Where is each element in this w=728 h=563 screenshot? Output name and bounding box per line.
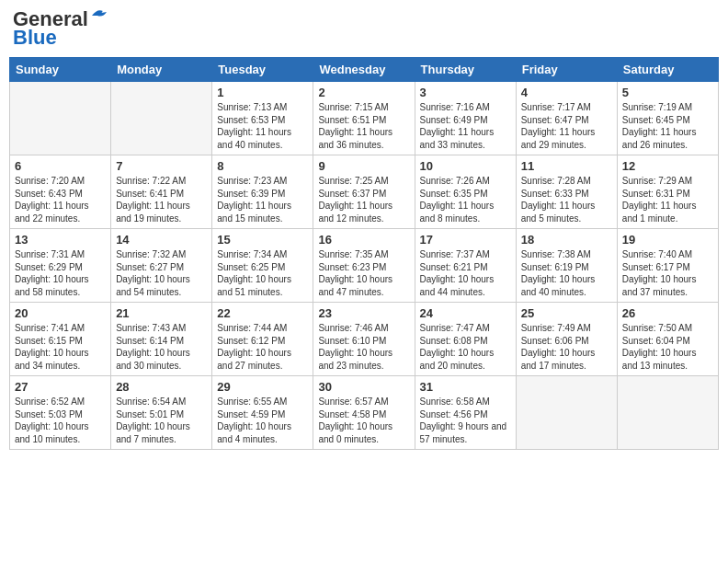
calendar-cell: 4Sunrise: 7:17 AMSunset: 6:47 PMDaylight…: [516, 82, 617, 155]
calendar-cell: 11Sunrise: 7:28 AMSunset: 6:33 PMDayligh…: [516, 155, 617, 229]
day-info: Sunrise: 7:29 AMSunset: 6:31 PMDaylight:…: [622, 175, 713, 224]
day-info: Sunrise: 7:31 AMSunset: 6:29 PMDaylight:…: [15, 248, 106, 298]
day-info: Sunrise: 7:46 AMSunset: 6:10 PMDaylight:…: [318, 322, 409, 372]
day-info: Sunrise: 7:43 AMSunset: 6:14 PMDaylight:…: [116, 322, 207, 372]
calendar-cell: 16Sunrise: 7:35 AMSunset: 6:23 PMDayligh…: [313, 229, 415, 303]
day-info: Sunrise: 6:55 AMSunset: 4:59 PMDaylight:…: [217, 396, 308, 445]
weekday-header-friday: Friday: [516, 58, 617, 82]
day-info: Sunrise: 6:58 AMSunset: 4:56 PMDaylight:…: [420, 396, 511, 445]
day-info: Sunrise: 6:54 AMSunset: 5:01 PMDaylight:…: [116, 396, 207, 445]
weekday-header-saturday: Saturday: [617, 58, 718, 82]
calendar-cell: 13Sunrise: 7:31 AMSunset: 6:29 PMDayligh…: [10, 229, 111, 303]
day-number: 28: [116, 380, 207, 394]
day-number: 24: [420, 306, 511, 320]
calendar-cell: 30Sunrise: 6:57 AMSunset: 4:58 PMDayligh…: [313, 376, 415, 450]
calendar-cell: 19Sunrise: 7:40 AMSunset: 6:17 PMDayligh…: [617, 229, 718, 303]
day-info: Sunrise: 7:34 AMSunset: 6:25 PMDaylight:…: [217, 248, 308, 298]
calendar-cell: 9Sunrise: 7:25 AMSunset: 6:37 PMDaylight…: [313, 155, 415, 229]
day-info: Sunrise: 7:49 AMSunset: 6:06 PMDaylight:…: [521, 322, 612, 372]
day-number: 9: [318, 159, 409, 173]
day-number: 5: [622, 86, 713, 99]
logo-blue: Blue: [13, 26, 57, 50]
calendar-cell: [111, 82, 212, 155]
calendar-cell: 7Sunrise: 7:22 AMSunset: 6:41 PMDaylight…: [111, 155, 212, 229]
day-number: 6: [15, 159, 106, 173]
logo: General Blue: [13, 9, 110, 50]
calendar-cell: 8Sunrise: 7:23 AMSunset: 6:39 PMDaylight…: [212, 155, 313, 229]
calendar-cell: [10, 82, 111, 155]
day-number: 7: [116, 159, 207, 173]
day-info: Sunrise: 7:41 AMSunset: 6:15 PMDaylight:…: [15, 322, 106, 372]
day-info: Sunrise: 7:20 AMSunset: 6:43 PMDaylight:…: [15, 175, 106, 224]
calendar-cell: 10Sunrise: 7:26 AMSunset: 6:35 PMDayligh…: [415, 155, 516, 229]
calendar-cell: 1Sunrise: 7:13 AMSunset: 6:53 PMDaylight…: [212, 82, 313, 155]
day-number: 26: [622, 306, 713, 320]
header: General Blue: [9, 9, 719, 50]
day-info: Sunrise: 7:35 AMSunset: 6:23 PMDaylight:…: [318, 248, 409, 298]
day-info: Sunrise: 7:25 AMSunset: 6:37 PMDaylight:…: [318, 175, 409, 224]
calendar-cell: 26Sunrise: 7:50 AMSunset: 6:04 PMDayligh…: [617, 303, 718, 376]
day-number: 30: [318, 380, 409, 394]
weekday-header-tuesday: Tuesday: [212, 58, 313, 82]
calendar-cell: 22Sunrise: 7:44 AMSunset: 6:12 PMDayligh…: [212, 303, 313, 376]
day-info: Sunrise: 7:13 AMSunset: 6:53 PMDaylight:…: [217, 101, 308, 151]
weekday-header-monday: Monday: [111, 58, 212, 82]
day-number: 3: [420, 86, 511, 99]
calendar-cell: 15Sunrise: 7:34 AMSunset: 6:25 PMDayligh…: [212, 229, 313, 303]
day-number: 13: [15, 233, 106, 247]
calendar-cell: 6Sunrise: 7:20 AMSunset: 6:43 PMDaylight…: [10, 155, 111, 229]
day-number: 18: [521, 233, 612, 247]
day-number: 23: [318, 306, 409, 320]
calendar-cell: 2Sunrise: 7:15 AMSunset: 6:51 PMDaylight…: [313, 82, 415, 155]
weekday-header-thursday: Thursday: [415, 58, 516, 82]
day-info: Sunrise: 7:16 AMSunset: 6:49 PMDaylight:…: [420, 101, 511, 151]
day-number: 27: [15, 380, 106, 394]
day-info: Sunrise: 7:37 AMSunset: 6:21 PMDaylight:…: [420, 248, 511, 298]
day-number: 21: [116, 306, 207, 320]
day-info: Sunrise: 7:15 AMSunset: 6:51 PMDaylight:…: [318, 101, 409, 151]
calendar-table: SundayMondayTuesdayWednesdayThursdayFrid…: [9, 57, 719, 450]
calendar-cell: 20Sunrise: 7:41 AMSunset: 6:15 PMDayligh…: [10, 303, 111, 376]
day-info: Sunrise: 7:40 AMSunset: 6:17 PMDaylight:…: [622, 248, 713, 298]
calendar-cell: 18Sunrise: 7:38 AMSunset: 6:19 PMDayligh…: [516, 229, 617, 303]
calendar-cell: 27Sunrise: 6:52 AMSunset: 5:03 PMDayligh…: [10, 376, 111, 450]
calendar-cell: [516, 376, 617, 450]
calendar-cell: 21Sunrise: 7:43 AMSunset: 6:14 PMDayligh…: [111, 303, 212, 376]
day-number: 29: [217, 380, 308, 394]
calendar-cell: 25Sunrise: 7:49 AMSunset: 6:06 PMDayligh…: [516, 303, 617, 376]
day-number: 15: [217, 233, 308, 247]
day-number: 12: [622, 159, 713, 173]
calendar-cell: 17Sunrise: 7:37 AMSunset: 6:21 PMDayligh…: [415, 229, 516, 303]
day-number: 16: [318, 233, 409, 247]
logo-bird-icon: [90, 6, 110, 23]
day-info: Sunrise: 6:57 AMSunset: 4:58 PMDaylight:…: [318, 396, 409, 445]
day-number: 8: [217, 159, 308, 173]
calendar-cell: 12Sunrise: 7:29 AMSunset: 6:31 PMDayligh…: [617, 155, 718, 229]
calendar-cell: [617, 376, 718, 450]
day-info: Sunrise: 7:17 AMSunset: 6:47 PMDaylight:…: [521, 101, 612, 151]
day-number: 2: [318, 86, 409, 99]
day-number: 1: [217, 86, 308, 99]
day-info: Sunrise: 7:23 AMSunset: 6:39 PMDaylight:…: [217, 175, 308, 224]
day-number: 10: [420, 159, 511, 173]
day-info: Sunrise: 7:26 AMSunset: 6:35 PMDaylight:…: [420, 175, 511, 224]
day-info: Sunrise: 7:44 AMSunset: 6:12 PMDaylight:…: [217, 322, 308, 372]
day-number: 19: [622, 233, 713, 247]
day-number: 22: [217, 306, 308, 320]
weekday-header-wednesday: Wednesday: [313, 58, 415, 82]
day-info: Sunrise: 7:22 AMSunset: 6:41 PMDaylight:…: [116, 175, 207, 224]
calendar-cell: 3Sunrise: 7:16 AMSunset: 6:49 PMDaylight…: [415, 82, 516, 155]
day-info: Sunrise: 6:52 AMSunset: 5:03 PMDaylight:…: [15, 396, 106, 445]
calendar-cell: 5Sunrise: 7:19 AMSunset: 6:45 PMDaylight…: [617, 82, 718, 155]
calendar-cell: 23Sunrise: 7:46 AMSunset: 6:10 PMDayligh…: [313, 303, 415, 376]
weekday-header-sunday: Sunday: [10, 58, 111, 82]
day-number: 25: [521, 306, 612, 320]
day-info: Sunrise: 7:32 AMSunset: 6:27 PMDaylight:…: [116, 248, 207, 298]
day-info: Sunrise: 7:38 AMSunset: 6:19 PMDaylight:…: [521, 248, 612, 298]
day-number: 20: [15, 306, 106, 320]
day-info: Sunrise: 7:28 AMSunset: 6:33 PMDaylight:…: [521, 175, 612, 224]
day-info: Sunrise: 7:50 AMSunset: 6:04 PMDaylight:…: [622, 322, 713, 372]
calendar-cell: 24Sunrise: 7:47 AMSunset: 6:08 PMDayligh…: [415, 303, 516, 376]
calendar-cell: 31Sunrise: 6:58 AMSunset: 4:56 PMDayligh…: [415, 376, 516, 450]
day-number: 4: [521, 86, 612, 99]
